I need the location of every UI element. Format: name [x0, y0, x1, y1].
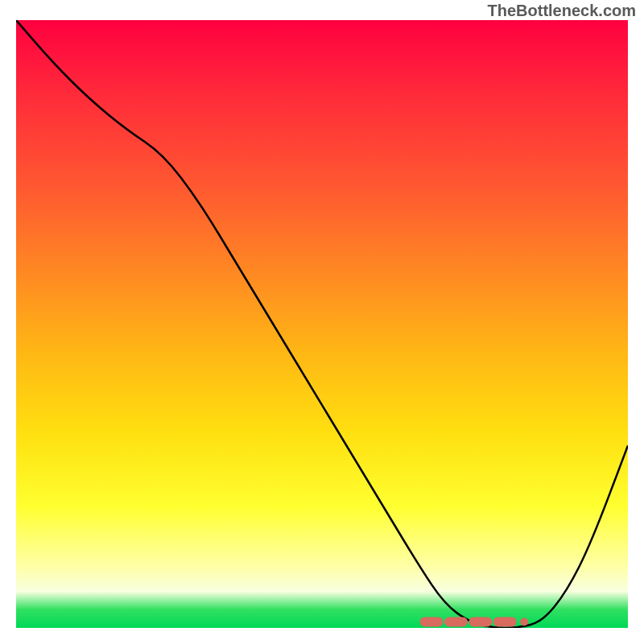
marker-band-segment — [444, 617, 468, 626]
watermark-text: TheBottleneck.com — [488, 2, 636, 20]
bottleneck-gradient-plot — [16, 20, 628, 628]
marker-band-segment — [469, 617, 492, 626]
marker-band-segment — [493, 617, 517, 626]
bottleneck-curve-svg — [16, 20, 628, 628]
marker-band-dot — [520, 617, 528, 625]
bottleneck-curve-path — [16, 20, 628, 628]
marker-band — [420, 617, 529, 626]
marker-band-segment — [420, 617, 444, 626]
